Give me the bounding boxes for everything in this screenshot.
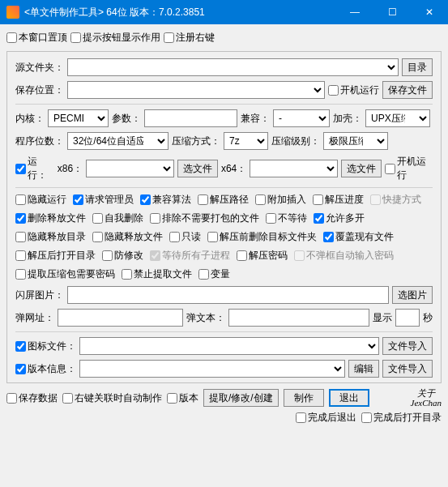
open-dir-after-check[interactable]: 解压后打开目录 xyxy=(15,249,96,263)
x64-label: x64： xyxy=(221,162,246,176)
make-button[interactable]: 制作 xyxy=(284,389,324,407)
version-info-select[interactable] xyxy=(79,360,345,378)
compat-algo-check[interactable]: 兼容算法 xyxy=(140,193,191,207)
pin-window-check[interactable]: 本窗口置顶 xyxy=(6,31,67,45)
source-folder-button[interactable]: 目录 xyxy=(402,58,433,76)
forbid-extract-check[interactable]: 禁止提取文件 xyxy=(122,267,192,281)
popup-sec-label: 秒 xyxy=(423,311,433,325)
params-label: 参数： xyxy=(112,112,141,126)
popup-url-label: 弹网址： xyxy=(15,311,54,325)
save-data-check[interactable]: 保存数据 xyxy=(6,391,58,405)
x86-label: x86： xyxy=(58,162,83,176)
icon-file-select[interactable] xyxy=(79,337,379,355)
extract-modify-create-button[interactable]: 提取/修改/创建 xyxy=(203,389,279,407)
request-admin-check[interactable]: 请求管理员 xyxy=(73,193,134,207)
self-delete-check[interactable]: 自我删除 xyxy=(92,211,143,225)
extract-need-pwd-check[interactable]: 提取压缩包需要密码 xyxy=(15,267,115,281)
compress-mode-label: 压缩方式： xyxy=(172,135,220,148)
main-group: 源文件夹： 目录 保存位置： 开机运行 保存文件 内核： PECMD 参数： 兼… xyxy=(6,51,442,383)
popup-show-label: 显示 xyxy=(373,311,392,325)
about-link[interactable]: 关于 JexChan xyxy=(411,388,442,408)
save-file-button[interactable]: 保存文件 xyxy=(382,81,433,99)
anti-tamper-check[interactable]: 防修改 xyxy=(102,249,143,263)
flash-select-img-button[interactable]: 选图片 xyxy=(392,286,433,304)
save-location-label: 保存位置： xyxy=(15,83,64,97)
program-bits-label: 程序位数： xyxy=(15,135,64,148)
overwrite-existing-check[interactable]: 覆盖现有文件 xyxy=(323,230,394,244)
done-exit-check[interactable]: 完成后退出 xyxy=(296,411,356,425)
right-click-auto-check[interactable]: 右键关联时自动制作 xyxy=(62,391,162,405)
shortcut-check: 快捷方式 xyxy=(370,193,421,207)
core-select[interactable]: PECMD xyxy=(48,109,109,127)
x86-select[interactable] xyxy=(86,160,174,177)
save-autorun-check[interactable]: 开机运行 xyxy=(328,83,379,97)
icon-file-check[interactable]: 图标文件： xyxy=(15,340,76,353)
exit-button[interactable]: 退出 xyxy=(329,389,369,407)
icon-file-import-button[interactable]: 文件导入 xyxy=(382,337,433,355)
done-open-dir-check[interactable]: 完成后打开目录 xyxy=(361,411,442,425)
run-autorun-check[interactable]: 开机运行 xyxy=(385,155,433,182)
hint-button-check[interactable]: 提示按钮显示作用 xyxy=(70,31,160,45)
compat-select[interactable]: - xyxy=(273,109,330,127)
popup-url-input[interactable] xyxy=(58,309,183,327)
minimize-button[interactable]: — xyxy=(336,0,373,24)
allow-multi-check[interactable]: 允许多开 xyxy=(314,211,365,225)
close-button[interactable]: ✕ xyxy=(411,0,448,24)
exclude-files-check[interactable]: 排除不需要打包的文件 xyxy=(150,211,259,225)
variable-check[interactable]: 变量 xyxy=(198,267,230,281)
compress-level-label: 压缩级别： xyxy=(271,135,320,148)
version-info-edit-button[interactable]: 编辑 xyxy=(348,360,379,378)
program-bits-select[interactable]: 32位/64位自适应 xyxy=(67,132,169,150)
x64-select-file-button[interactable]: 选文件 xyxy=(341,160,382,177)
readonly-check[interactable]: 只读 xyxy=(169,230,201,244)
x64-select[interactable] xyxy=(250,160,338,177)
popup-text-input[interactable] xyxy=(228,309,369,327)
core-label: 内核： xyxy=(15,112,45,126)
x86-select-file-button[interactable]: 选文件 xyxy=(177,160,218,177)
del-target-before-check[interactable]: 解压前删除目标文件夹 xyxy=(207,230,317,244)
compress-level-select[interactable]: 极限压缩 xyxy=(323,132,388,150)
app-icon xyxy=(6,6,19,19)
maximize-button[interactable]: ☐ xyxy=(373,0,411,24)
no-wait-check[interactable]: 不等待 xyxy=(266,211,307,225)
save-location-select[interactable] xyxy=(67,81,325,99)
version-check[interactable]: 版本 xyxy=(167,391,198,405)
source-folder-select[interactable] xyxy=(67,58,399,76)
hide-release-file-check[interactable]: 隐藏释放文件 xyxy=(92,230,163,244)
compat-label: 兼容： xyxy=(241,112,270,126)
source-folder-label: 源文件夹： xyxy=(15,61,64,75)
hidden-run-check[interactable]: 隐藏运行 xyxy=(15,193,66,207)
flash-input[interactable] xyxy=(67,286,389,304)
compress-mode-select[interactable]: 7z xyxy=(224,132,268,150)
shell-label: 加壳： xyxy=(333,112,362,126)
options-group: 隐藏运行 请求管理员 兼容算法 解压路径 附加插入 解压进度 快捷方式 删除释放… xyxy=(15,193,433,281)
run-check[interactable]: 运行： xyxy=(15,155,54,182)
params-input[interactable] xyxy=(144,109,237,127)
window-title: <单文件制作工具> 64位 版本：7.0.2.3851 xyxy=(24,6,336,19)
popup-text-label: 弹文本： xyxy=(186,311,225,325)
attach-plugin-check[interactable]: 附加插入 xyxy=(255,193,306,207)
shell-select[interactable]: UPX压缩 xyxy=(365,109,430,127)
popup-seconds-input[interactable] xyxy=(395,309,420,327)
flash-label: 闪屏图片： xyxy=(15,288,64,302)
titlebar: <单文件制作工具> 64位 版本：7.0.2.3851 — ☐ ✕ xyxy=(0,0,448,24)
no-popup-pwd-check: 不弹框自动输入密码 xyxy=(294,249,394,263)
register-right-check[interactable]: 注册右键 xyxy=(164,31,215,45)
hide-release-dir-check[interactable]: 隐藏释放目录 xyxy=(15,230,86,244)
unzip-password-check[interactable]: 解压密码 xyxy=(237,249,288,263)
version-info-check[interactable]: 版本信息： xyxy=(15,362,76,376)
unzip-path-check[interactable]: 解压路径 xyxy=(198,193,249,207)
del-release-files-check[interactable]: 删除释放文件 xyxy=(15,211,86,225)
version-info-import-button[interactable]: 文件导入 xyxy=(382,360,433,378)
wait-children-check: 等待所有子进程 xyxy=(150,249,230,263)
unzip-progress-check[interactable]: 解压进度 xyxy=(313,193,364,207)
